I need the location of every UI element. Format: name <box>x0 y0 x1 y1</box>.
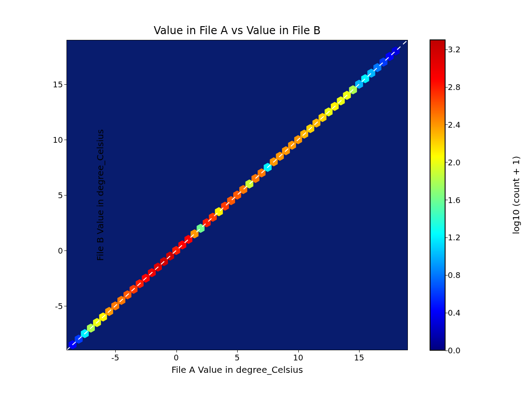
y-tick-label: 5 <box>41 191 63 200</box>
colorbar-tick-label: 0.8 <box>448 270 461 280</box>
x-tick-label: 10 <box>293 353 303 362</box>
x-tick-label: 15 <box>354 353 364 362</box>
plot-area <box>66 40 408 350</box>
y-tick-label: 10 <box>41 135 63 145</box>
x-tick-label: -5 <box>111 353 119 362</box>
colorbar-tick-label: 2.8 <box>448 82 461 92</box>
x-tick-label: 0 <box>174 353 179 362</box>
y-tick-label: 15 <box>41 80 63 89</box>
colorbar <box>430 40 445 350</box>
x-tick-label: 5 <box>235 353 239 362</box>
x-axis-label: File A Value in degree_Celsius <box>66 364 408 375</box>
y-tick-label: 0 <box>41 246 63 255</box>
colorbar-gradient <box>430 40 445 350</box>
chart-title: Value in File A vs Value in File B <box>66 24 408 37</box>
colorbar-tick-label: 1.6 <box>448 195 461 204</box>
heatmap-svg <box>66 40 408 350</box>
colorbar-label: log10 (count + 1) <box>511 156 521 235</box>
colorbar-tick-label: 2.4 <box>448 120 461 129</box>
figure: Value in File A vs Value in File B -5051… <box>0 0 532 399</box>
y-tick-label: -5 <box>41 301 63 311</box>
colorbar-tick-label: 2.0 <box>448 157 461 167</box>
colorbar-tick-label: 1.2 <box>448 233 461 242</box>
colorbar-tick-label: 0.0 <box>448 346 461 355</box>
y-axis-label: File B Value in degree_Celsius <box>95 129 106 261</box>
colorbar-tick-label: 0.4 <box>448 308 461 317</box>
colorbar-tick-label: 3.2 <box>448 45 461 54</box>
